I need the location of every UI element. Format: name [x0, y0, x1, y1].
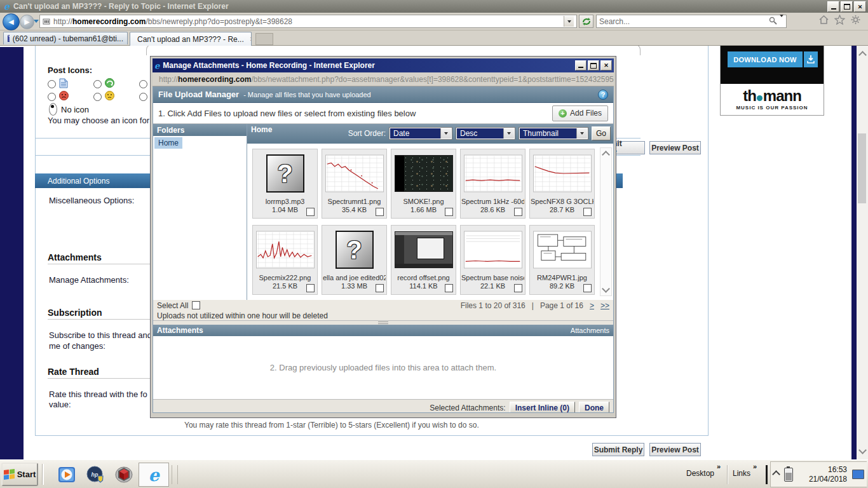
chevron-down-icon — [576, 128, 587, 139]
download-now-button[interactable]: DOWNLOAD NOW — [728, 51, 803, 67]
browser-scrollbar[interactable] — [857, 46, 868, 459]
file-checkbox[interactable] — [306, 284, 315, 292]
scroll-down-icon[interactable] — [602, 285, 610, 293]
refresh-button[interactable] — [579, 15, 593, 28]
post-icon-radio[interactable] — [48, 93, 56, 101]
start-button[interactable]: Start — [1, 463, 38, 486]
scroll-up-icon[interactable] — [602, 151, 610, 159]
search-input[interactable]: Search... — [596, 15, 787, 28]
post-icon-option[interactable] — [48, 78, 93, 90]
last-page-link[interactable]: >> — [600, 301, 609, 310]
folder-item[interactable]: Home — [154, 137, 182, 149]
file-checkbox[interactable] — [306, 208, 315, 216]
file-card[interactable]: Spectrum base noise l22.1 KB — [460, 225, 526, 295]
file-card[interactable]: Specmix222.png21.5 KB — [252, 225, 318, 295]
taskbar-divider — [727, 465, 728, 484]
done-button[interactable]: Done — [579, 402, 609, 414]
file-card[interactable]: RM24PWR1.jpg89.2 KB — [529, 225, 595, 295]
close-button[interactable]: ✕ — [854, 1, 866, 12]
post-icon-radio[interactable] — [139, 80, 147, 88]
no-icon-radio[interactable] — [49, 103, 57, 116]
new-tab-button[interactable] — [255, 33, 273, 45]
submit-reply-button[interactable]: Submit Reply — [592, 443, 644, 456]
search-icon[interactable] — [769, 17, 777, 27]
dialog-minimize-button[interactable] — [575, 60, 587, 71]
preview-post-button-top[interactable]: Preview Post — [649, 141, 701, 154]
select-all-checkbox[interactable] — [192, 301, 200, 309]
battery-icon[interactable] — [784, 468, 793, 482]
scroll-up-icon[interactable] — [858, 51, 867, 59]
file-card[interactable]: ?lorrmp3.mp31.04 MB — [252, 149, 318, 219]
file-checkbox[interactable] — [583, 208, 592, 216]
history-dropdown-icon[interactable] — [34, 20, 39, 23]
desktop-toolbar-label[interactable]: Desktop — [686, 469, 714, 478]
attachments-drop-area[interactable]: 2. Drag previously uploaded files into t… — [153, 336, 613, 400]
forward-button[interactable]: ▶ — [20, 15, 34, 29]
tab-close-icon[interactable]: ✕ — [250, 36, 252, 43]
file-thumbnail — [530, 226, 594, 274]
preview-post-button[interactable]: Preview Post — [649, 443, 701, 456]
restore-button[interactable] — [841, 1, 853, 12]
tab-thread[interactable]: Can't upload an MP3??? - Re... ✕ — [130, 32, 252, 46]
post-icon-radio[interactable] — [93, 93, 102, 101]
address-bar[interactable]: http://homerecording.com/bbs/newreply.ph… — [39, 15, 577, 28]
links-overflow-icon[interactable]: » — [753, 463, 757, 470]
file-card[interactable]: record offset.png114.1 KB — [391, 225, 456, 295]
chevron-down-icon — [440, 128, 451, 139]
file-checkbox[interactable] — [583, 284, 592, 292]
file-checkbox[interactable] — [445, 284, 453, 292]
download-icon[interactable] — [804, 51, 818, 67]
ie-taskbar-button[interactable]: e — [139, 463, 169, 487]
thomann-ad[interactable]: DOWNLOAD NOW thmann MUSIC IS OUR PASSION — [720, 46, 824, 116]
go-button[interactable]: Go — [592, 126, 611, 140]
view-mode-select[interactable]: Thumbnail — [519, 127, 588, 140]
file-checkbox[interactable] — [445, 208, 453, 216]
insert-inline-button[interactable]: Insert Inline (0) — [510, 402, 575, 414]
favorites-star-icon[interactable] — [834, 15, 845, 25]
post-icon-option[interactable] — [93, 78, 139, 90]
sort-direction-select[interactable]: Desc — [456, 127, 515, 140]
help-icon[interactable]: ? — [598, 90, 608, 100]
back-button[interactable]: ◀ — [3, 13, 20, 30]
file-checkbox[interactable] — [376, 208, 384, 216]
settings-gear-icon[interactable] — [850, 15, 861, 25]
dialog-close-button[interactable]: ✕ — [600, 60, 612, 71]
file-card[interactable]: ?ella and joe edited0221.33 MB — [322, 225, 387, 295]
hp-support-icon[interactable]: hp — [86, 465, 105, 484]
scrollbar-thumb[interactable] — [858, 133, 866, 203]
sort-field-select[interactable]: Date — [389, 127, 452, 140]
search-dropdown-icon[interactable] — [780, 17, 783, 26]
tab-mail[interactable]: (602 unread) - tubeman61@bti... — [3, 32, 128, 44]
next-page-link[interactable]: > — [590, 301, 594, 310]
red-cube-app-icon[interactable] — [114, 465, 133, 484]
taskbar-grip[interactable] — [172, 465, 178, 484]
address-dropdown-icon[interactable] — [564, 16, 574, 27]
files-scrollbar[interactable] — [600, 147, 612, 296]
post-icon-option[interactable] — [48, 91, 93, 102]
dialog-address-bar[interactable]: http://homerecording.com/bbs/newattachme… — [153, 72, 614, 86]
dialog-maximize-button[interactable] — [588, 60, 599, 71]
file-card[interactable]: Spectrumnt1.png35.4 KB — [322, 149, 387, 219]
no-icon-option[interactable]: No icon — [49, 103, 89, 116]
home-icon[interactable] — [818, 15, 829, 25]
clock[interactable]: 16:53 21/04/2018 — [809, 465, 847, 484]
file-checkbox[interactable] — [514, 284, 522, 292]
minimize-button[interactable] — [827, 1, 839, 12]
display-icon[interactable] — [852, 470, 864, 479]
file-checkbox[interactable] — [514, 208, 522, 216]
dialog-titlebar[interactable]: e Manage Attachments - Home Recording - … — [153, 58, 614, 72]
post-icon-radio[interactable] — [139, 93, 147, 101]
add-files-button[interactable]: + Add Files — [552, 105, 608, 121]
file-checkbox[interactable] — [376, 284, 384, 292]
media-player-icon[interactable] — [57, 465, 76, 484]
file-card[interactable]: SMOKE!.png1.66 MB — [391, 149, 456, 219]
file-card[interactable]: Spectrum 1kHz -60dB28.6 KB — [460, 149, 526, 219]
links-toolbar-label[interactable]: Links — [733, 469, 750, 478]
file-card[interactable]: SpecNFX8 G 3OCLK.p28.7 KB — [529, 149, 595, 219]
post-icon-option[interactable] — [93, 91, 139, 102]
post-icon-radio[interactable] — [48, 80, 56, 88]
scroll-down-icon[interactable] — [858, 446, 867, 454]
post-icon-radio[interactable] — [93, 80, 102, 88]
tray-expand-icon[interactable] — [772, 470, 780, 478]
desktop-overflow-icon[interactable]: » — [717, 463, 721, 470]
